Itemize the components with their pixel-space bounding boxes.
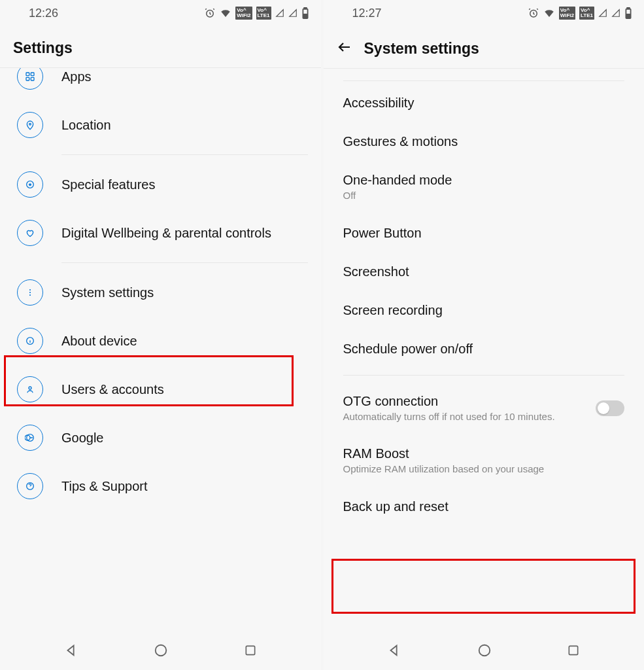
list-item-location[interactable]: Location — [13, 101, 308, 149]
item-title: Accessibility — [343, 96, 625, 111]
item-title: Screenshot — [343, 264, 625, 279]
svg-point-15 — [29, 387, 31, 389]
list-item-gestures[interactable]: Gestures & motions — [343, 122, 625, 161]
list-item-apps[interactable]: Apps — [13, 68, 308, 101]
location-icon — [17, 112, 43, 138]
svg-point-11 — [29, 289, 31, 291]
nav-home-button[interactable] — [154, 643, 168, 660]
svg-rect-25 — [569, 646, 578, 654]
status-icons: Vo^WiFi2 Vo^LTE1 — [528, 7, 632, 20]
list-label: Special features — [61, 177, 155, 193]
vowifi-icon: Vo^WiFi2 — [235, 7, 252, 20]
status-time: 12:27 — [352, 7, 382, 20]
svg-rect-22 — [627, 8, 630, 9]
page-header: Settings — [0, 26, 321, 68]
list-label: Tips & Support — [61, 478, 148, 495]
item-title: OTG connection — [343, 394, 588, 409]
nav-back-button[interactable] — [64, 643, 78, 660]
item-title: Gestures & motions — [343, 134, 625, 149]
info-icon — [17, 328, 43, 354]
list-item-system-settings[interactable]: System settings — [13, 268, 308, 317]
list-item-tips-support[interactable]: Tips & Support — [13, 462, 308, 510]
page-title: System settings — [364, 40, 479, 58]
more-vertical-icon — [17, 279, 43, 306]
item-title: One-handed mode — [343, 173, 625, 188]
item-title: Power Button — [343, 226, 625, 241]
list-item-power-button[interactable]: Power Button — [343, 214, 625, 253]
alarm-icon — [528, 7, 539, 19]
list-item-one-handed[interactable]: One-handed mode Off — [343, 161, 625, 214]
back-button[interactable] — [337, 39, 352, 58]
list-label: Apps — [61, 69, 92, 85]
svg-point-13 — [29, 294, 31, 296]
item-title: Schedule power on/off — [343, 342, 625, 357]
list-item-backup-reset[interactable]: Back up and reset — [343, 487, 625, 526]
item-subtitle: Off — [343, 189, 625, 202]
list-item-screen-recording[interactable]: Screen recording — [343, 291, 625, 330]
svg-rect-2 — [304, 8, 307, 9]
page-title: Settings — [13, 39, 73, 57]
svg-rect-3 — [303, 14, 307, 18]
list-label: Location — [61, 117, 111, 133]
list-item-digital-wellbeing[interactable]: Digital Wellbeing & parental controls — [13, 209, 308, 257]
status-icons: Vo^WiFi2 Vo^LTE1 — [204, 7, 309, 20]
nav-recent-button[interactable] — [567, 644, 580, 660]
item-title: Screen recording — [343, 303, 625, 318]
status-bar: 12:27 Vo^WiFi2 Vo^LTE1 — [324, 0, 645, 26]
signal-icon — [275, 9, 284, 18]
volte-icon: Vo^LTE1 — [579, 7, 594, 20]
svg-rect-8 — [31, 77, 34, 80]
volte-icon: Vo^LTE1 — [256, 7, 271, 20]
list-label: Google — [61, 430, 104, 446]
user-icon — [17, 376, 43, 402]
list-item-users-accounts[interactable]: Users & accounts — [13, 365, 308, 414]
star-icon — [17, 171, 43, 198]
settings-screen: 12:26 Vo^WiFi2 Vo^LTE1 Settings Battery … — [0, 0, 321, 670]
svg-rect-6 — [31, 73, 34, 76]
svg-point-12 — [29, 292, 31, 293]
settings-list[interactable]: Battery Apps Location Special features — [0, 68, 321, 633]
svg-rect-5 — [26, 73, 29, 76]
nav-back-button[interactable] — [387, 643, 401, 660]
alarm-icon — [204, 7, 216, 19]
list-item-schedule-power[interactable]: Schedule power on/off — [343, 330, 625, 368]
svg-point-9 — [29, 123, 31, 125]
system-settings-list[interactable]: Accessibility Gestures & motions One-han… — [324, 69, 645, 633]
list-label: About device — [61, 333, 137, 349]
apps-icon — [17, 68, 43, 90]
svg-point-18 — [156, 645, 167, 656]
list-item-google[interactable]: Google — [13, 414, 308, 462]
divider — [343, 80, 625, 81]
divider — [61, 262, 308, 263]
item-title: RAM Boost — [343, 446, 625, 461]
list-label: Users & accounts — [61, 381, 164, 398]
signal-icon — [598, 9, 607, 18]
list-label: Digital Wellbeing & parental controls — [61, 225, 271, 241]
list-item-otg[interactable]: OTG connection Automatically turns off i… — [343, 382, 625, 435]
help-icon — [17, 473, 43, 499]
list-label: System settings — [61, 285, 154, 301]
wifi-icon — [543, 7, 555, 19]
item-title: Back up and reset — [343, 499, 625, 514]
list-item-about-device[interactable]: About device — [13, 317, 308, 365]
battery-icon — [301, 7, 309, 19]
svg-rect-23 — [626, 14, 630, 18]
battery-icon — [624, 7, 632, 19]
svg-rect-7 — [26, 77, 29, 80]
signal-icon — [288, 9, 297, 18]
signal-icon — [611, 9, 620, 18]
list-item-screenshot[interactable]: Screenshot — [343, 253, 625, 291]
list-item-accessibility[interactable]: Accessibility — [343, 84, 625, 122]
list-item-ram-boost[interactable]: RAM Boost Optimize RAM utilization based… — [343, 434, 625, 487]
nav-home-button[interactable] — [477, 643, 492, 660]
otg-toggle[interactable] — [596, 400, 624, 416]
navigation-bar — [324, 633, 645, 670]
status-bar: 12:26 Vo^WiFi2 Vo^LTE1 — [0, 0, 321, 26]
status-time: 12:26 — [29, 7, 58, 20]
navigation-bar — [0, 633, 321, 670]
page-header: System settings — [324, 26, 645, 69]
wifi-icon — [220, 7, 231, 19]
svg-point-24 — [479, 645, 490, 656]
list-item-special-features[interactable]: Special features — [13, 160, 308, 209]
nav-recent-button[interactable] — [244, 644, 257, 660]
